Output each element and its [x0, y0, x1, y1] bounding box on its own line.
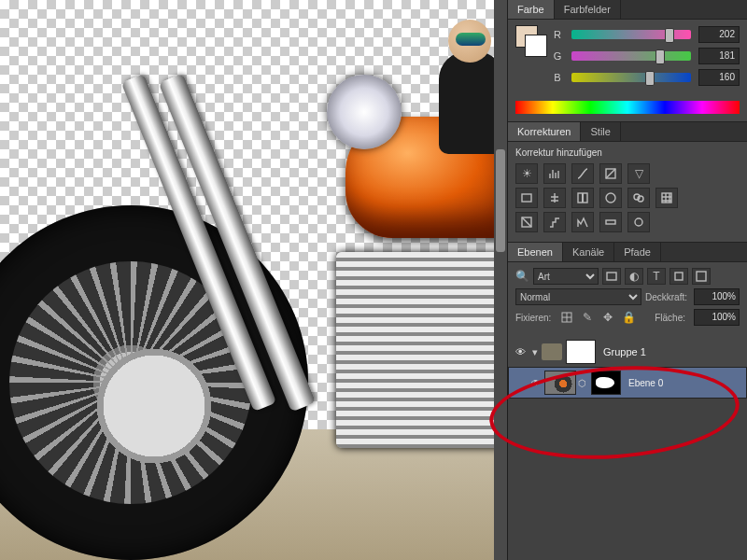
layer-row-ebene0[interactable]: 👁 ⬡ Ebene 0 [508, 367, 747, 399]
group-mask-thumb[interactable] [566, 340, 596, 364]
lock-label: Fixieren: [515, 313, 551, 323]
vibrance-icon[interactable]: ▽ [627, 163, 650, 184]
background-swatch[interactable] [525, 35, 547, 57]
adjustments-title: Korrektur hinzufügen [515, 147, 740, 158]
tab-layers[interactable]: Ebenen [508, 243, 563, 261]
mask-link-icon[interactable]: ⬡ [576, 378, 587, 388]
tab-adjustments[interactable]: Korrekturen [508, 122, 581, 141]
g-label: G [551, 50, 564, 62]
svg-rect-8 [606, 220, 615, 224]
svg-rect-11 [675, 273, 683, 280]
tab-styles[interactable]: Stile [581, 122, 620, 141]
canvas-artwork [0, 0, 507, 560]
tab-paths[interactable]: Pfade [614, 243, 661, 261]
levels-icon[interactable] [543, 163, 566, 184]
tab-color[interactable]: Farbe [508, 0, 555, 19]
color-lookup-icon[interactable] [655, 188, 678, 208]
right-panel-column: Farbe Farbfelder R 202 G [507, 0, 747, 560]
filter-type-icon[interactable]: T [647, 268, 666, 285]
selective-color-icon[interactable] [627, 212, 650, 232]
layer-filter-select[interactable]: Art [533, 268, 599, 285]
filter-shape-icon[interactable] [669, 268, 688, 285]
lock-position-icon[interactable]: ✥ [600, 310, 615, 325]
svg-rect-12 [697, 272, 706, 281]
photo-filter-icon[interactable] [599, 188, 622, 208]
g-value[interactable]: 181 [698, 48, 740, 64]
lock-transparency-icon[interactable] [559, 310, 574, 325]
fg-bg-swatches[interactable] [515, 25, 545, 68]
tab-channels[interactable]: Kanäle [563, 243, 614, 261]
filter-smart-icon[interactable] [692, 268, 711, 285]
posterize-icon[interactable] [543, 212, 566, 232]
r-value[interactable]: 202 [698, 26, 740, 43]
b-label: B [551, 72, 564, 83]
visibility-toggle[interactable]: 👁 [512, 346, 529, 357]
b-slider[interactable] [571, 73, 691, 82]
search-icon: 🔍 [515, 270, 529, 283]
opacity-value[interactable]: 100% [694, 288, 740, 305]
vertical-scrollbar[interactable] [494, 0, 507, 560]
layer-name[interactable]: Ebene 0 [628, 378, 663, 388]
visibility-toggle[interactable]: 👁 [528, 378, 544, 388]
layer-mask-thumbnail[interactable] [591, 371, 621, 395]
opacity-label: Deckkraft: [645, 292, 687, 302]
hue-sat-icon[interactable] [515, 188, 538, 208]
color-balance-icon[interactable] [543, 188, 566, 208]
svg-point-3 [606, 193, 615, 203]
document-canvas[interactable] [0, 0, 507, 560]
layer-thumbnail[interactable] [544, 371, 576, 395]
lock-all-icon[interactable]: 🔒 [621, 310, 636, 325]
color-panel: Farbe Farbfelder R 202 G [508, 0, 747, 122]
bw-icon[interactable] [571, 188, 594, 208]
svg-rect-10 [607, 273, 616, 280]
g-slider[interactable] [571, 51, 691, 61]
threshold-icon[interactable] [571, 212, 594, 232]
filter-adjust-icon[interactable]: ◐ [625, 268, 643, 285]
layers-panel: Ebenen Kanäle Pfade 🔍 Art ◐ T [508, 243, 747, 560]
b-value[interactable]: 160 [698, 69, 740, 86]
gradient-map-icon[interactable] [599, 212, 622, 232]
tab-swatches[interactable]: Farbfelder [555, 0, 621, 19]
blend-mode-select[interactable]: Normal [515, 288, 641, 305]
spectrum-ramp[interactable] [515, 101, 740, 114]
svg-rect-1 [522, 194, 531, 202]
scrollbar-thumb[interactable] [496, 149, 505, 252]
adjustments-panel: Korrekturen Stile Korrektur hinzufügen ☀… [508, 122, 747, 243]
invert-icon[interactable] [515, 212, 538, 232]
layer-list: 👁 ▾ Gruppe 1 👁 ⬡ Ebene 0 [508, 337, 747, 560]
folder-icon [542, 343, 562, 360]
channel-mixer-icon[interactable] [627, 188, 650, 208]
curves-icon[interactable] [571, 163, 594, 184]
fill-label: Fläche: [655, 313, 685, 323]
r-slider[interactable] [571, 30, 691, 39]
group-disclosure-icon[interactable]: ▾ [529, 346, 542, 358]
svg-point-9 [635, 218, 642, 226]
fill-value[interactable]: 100% [694, 309, 740, 326]
filter-pixel-icon[interactable] [602, 268, 621, 285]
r-label: R [551, 29, 564, 40]
brightness-contrast-icon[interactable]: ☀ [515, 163, 538, 184]
group-name[interactable]: Gruppe 1 [603, 346, 646, 357]
lock-pixels-icon[interactable]: ✎ [580, 310, 595, 325]
exposure-icon[interactable] [599, 163, 622, 184]
layer-row-group[interactable]: 👁 ▾ Gruppe 1 [508, 337, 747, 367]
